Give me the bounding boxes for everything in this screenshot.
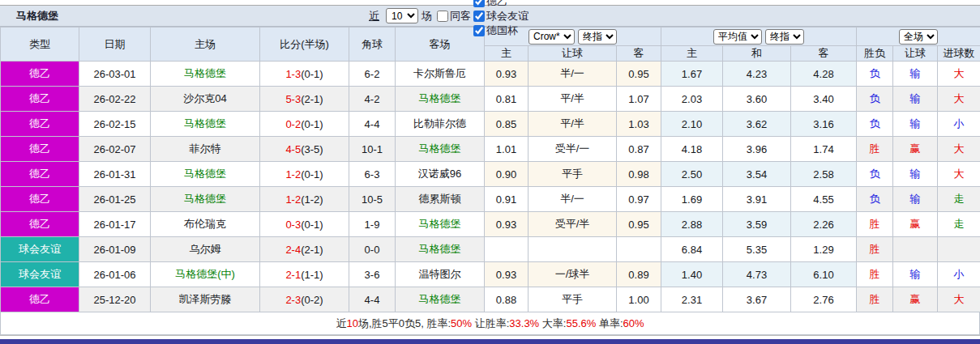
- stat-value: 60%: [623, 317, 644, 329]
- away-team-cell: 马格德堡: [396, 87, 485, 112]
- date-cell: 26-02-15: [79, 112, 151, 137]
- away-team-cell: 马格德堡: [396, 137, 485, 162]
- summary-stats: 近10场,胜5平0负5, 胜率:50% 让胜率:33.3% 大率:55.6% 单…: [0, 312, 980, 335]
- halftime-score: (0-1): [301, 68, 323, 80]
- fulltime-score: 2-4: [285, 244, 301, 256]
- recent-link[interactable]: 近: [369, 9, 379, 23]
- home-team-cell: 马格德堡: [151, 162, 260, 187]
- result-handicap-cell: 赢: [893, 287, 938, 312]
- stat-value: 55.6%: [566, 317, 596, 329]
- home-team-cell: 菲尔特: [151, 137, 260, 162]
- average-group-header: 平均值终指: [661, 28, 857, 46]
- same-away-checkbox[interactable]: [437, 11, 448, 22]
- crow-home-odds-cell: 0.91: [485, 187, 529, 212]
- score-cell: 1-3(0-1): [260, 62, 349, 87]
- stat-label: 单率:: [596, 317, 623, 329]
- home-team-cell: 马格德堡: [151, 112, 260, 137]
- avg-draw-odds-cell: 3.67: [723, 287, 791, 312]
- league-type-cell: 德乙: [1, 87, 79, 112]
- league-type-cell: 德乙: [1, 212, 79, 237]
- crow-away-odds-cell: 0.89: [617, 262, 661, 287]
- score-cell: 1-2(1-2): [260, 187, 349, 212]
- away-team-cell: 比勒菲尔德: [396, 112, 485, 137]
- avg-home-odds-cell: 1.67: [661, 62, 723, 87]
- league-type-cell: 德乙: [1, 162, 79, 187]
- avg-away-odds-cell: 2.76: [791, 287, 857, 312]
- score-cell: 0-2(0-1): [260, 112, 349, 137]
- avg-draw-odds-cell: 4.73: [723, 262, 791, 287]
- crow-handicap-cell: 受半/一: [529, 137, 617, 162]
- avg-draw-odds-cell: 5.35: [723, 237, 791, 262]
- crow-stage-select[interactable]: 终指: [578, 29, 617, 45]
- table-row: 球会友谊26-01-09乌尔姆2-4(2-1)0-0马格德堡6.845.351.…: [1, 237, 980, 262]
- league-type-cell: 球会友谊: [1, 237, 79, 262]
- result-winloss-cell: 胜: [857, 287, 893, 312]
- fulltime-score: 1-2: [285, 193, 301, 206]
- crow-home-odds-cell: 0.90: [485, 162, 529, 187]
- league-filter-text: 德乙: [486, 0, 507, 9]
- fulltime-score: 1-3: [285, 68, 301, 80]
- table-row: 德乙26-01-17布伦瑞克0-3(0-1)1-9马格德堡0.93受平/半0.9…: [1, 212, 980, 237]
- league-filter-checkbox[interactable]: [473, 25, 485, 36]
- result-winloss-cell: 胜: [857, 262, 893, 287]
- fulltime-select[interactable]: 全场: [899, 29, 938, 45]
- score-cell: 4-5(3-5): [260, 137, 349, 162]
- sub-header-cell: 客: [617, 46, 661, 62]
- score-cell: 2-4(2-1): [260, 237, 349, 262]
- avg-away-odds-cell: 1.29: [791, 237, 857, 262]
- fulltime-score: 2-3: [285, 294, 301, 306]
- score-cell: 2-1(1-1): [260, 262, 349, 287]
- avg-home-odds-cell: 2.03: [661, 87, 723, 112]
- league-type-cell: 德乙: [1, 137, 79, 162]
- league-filter-text: 球会友谊: [486, 9, 529, 23]
- crow-away-odds-cell: [617, 237, 661, 262]
- result-handicap-cell: 输: [893, 112, 938, 137]
- recent-count-select[interactable]: 10: [386, 8, 418, 23]
- matches-label: 场: [422, 9, 432, 23]
- crow-home-odds-cell: [485, 237, 529, 262]
- home-team-cell: 马格德堡: [151, 187, 260, 212]
- avg-away-odds-cell: 2.58: [791, 162, 857, 187]
- league-filter-text: 德国杯: [486, 23, 518, 38]
- result-winloss-cell: 负: [857, 162, 893, 187]
- avg-away-odds-cell: 2.26: [791, 212, 857, 237]
- bookmaker-select[interactable]: Crow*: [529, 29, 575, 45]
- date-cell: 26-02-07: [79, 137, 151, 162]
- header-score: 比分(半场): [260, 28, 349, 62]
- home-team-cell: 布伦瑞克: [151, 212, 260, 237]
- result-handicap-cell: 输: [893, 87, 938, 112]
- result-handicap-cell: 输: [893, 62, 938, 87]
- crow-handicap-cell: 平/半: [529, 112, 617, 137]
- avg-draw-odds-cell: 4.23: [723, 62, 791, 87]
- average-select[interactable]: 平均值: [713, 29, 762, 45]
- halftime-score: (0-1): [301, 118, 323, 130]
- avg-draw-odds-cell: 3.60: [723, 87, 791, 112]
- average-stage-select[interactable]: 终指: [765, 29, 804, 45]
- result-goals-cell: 走: [938, 187, 980, 212]
- league-type-cell: 德乙: [1, 187, 79, 212]
- stat-label: 大率:: [539, 317, 566, 329]
- result-goals-cell: 大: [938, 137, 980, 162]
- sub-header-cell: 主: [661, 46, 723, 62]
- avg-away-odds-cell: 1.74: [791, 137, 857, 162]
- avg-draw-odds-cell: 3.96: [723, 137, 791, 162]
- avg-home-odds-cell: 1.69: [661, 187, 723, 212]
- league-filter-checkbox[interactable]: [473, 0, 485, 7]
- corners-cell: 4-4: [349, 112, 396, 137]
- same-away-checkbox-label: 同客: [432, 9, 471, 23]
- match-rows: 德乙26-03-01马格德堡1-3(0-1)6-2卡尔斯鲁厄0.93半/一0.9…: [1, 62, 980, 312]
- result-winloss-cell: 胜: [857, 137, 893, 162]
- league-filter-checkbox[interactable]: [473, 11, 485, 22]
- away-team-cell: 德累斯顿: [396, 187, 485, 212]
- home-team-cell: 沙尔克04: [151, 87, 260, 112]
- result-winloss-cell: 胜: [857, 212, 893, 237]
- avg-home-odds-cell: 4.18: [661, 137, 723, 162]
- result-winloss-cell: 负: [857, 187, 893, 212]
- fulltime-score: 0-3: [285, 219, 301, 231]
- sub-header-cell: 主: [485, 46, 529, 62]
- date-cell: 26-03-01: [79, 62, 151, 87]
- date-cell: 25-12-20: [79, 287, 151, 312]
- sub-header-cell: 胜负: [857, 46, 893, 62]
- sub-header-cell: 和: [723, 46, 791, 62]
- result-goals-cell: 大: [938, 87, 980, 112]
